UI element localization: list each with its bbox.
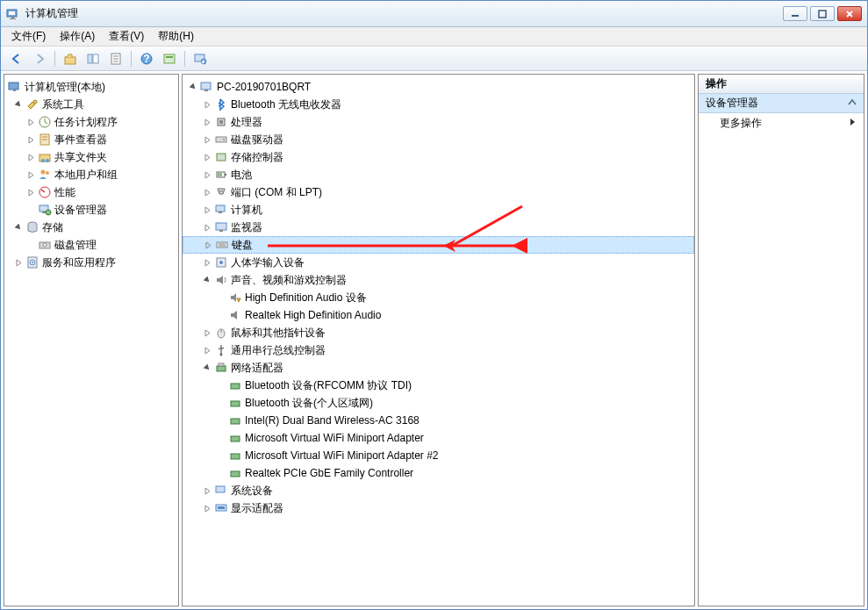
collapse-icon[interactable] — [13, 99, 24, 110]
expand-icon[interactable] — [202, 345, 212, 355]
collapse-icon[interactable] — [202, 362, 212, 373]
menu-view[interactable]: 查看(V) — [102, 27, 151, 46]
menu-file[interactable]: 文件(F) — [4, 27, 53, 46]
cpu-icon — [214, 115, 228, 129]
svg-rect-41 — [201, 83, 211, 90]
tree-item-root[interactable]: 计算机管理(本地) — [4, 78, 178, 96]
tree-item-services-apps[interactable]: 服务和应用程序 — [4, 254, 178, 271]
expand-icon[interactable] — [202, 169, 212, 180]
expand-icon[interactable] — [25, 117, 36, 127]
tree-item-performance[interactable]: 性能 — [4, 183, 178, 201]
maximize-button[interactable] — [810, 6, 835, 21]
device-computer[interactable]: 计算机 — [183, 201, 694, 219]
device-display[interactable]: 显示适配器 — [183, 499, 694, 517]
forward-button[interactable] — [29, 49, 50, 68]
menu-help[interactable]: 帮助(H) — [151, 27, 201, 46]
left-tree-panel[interactable]: 计算机管理(本地) 系统工具 任务计划程序 事件查看器 — [4, 74, 179, 606]
expand-icon[interactable] — [202, 205, 212, 215]
device-hid[interactable]: 人体学输入设备 — [183, 254, 694, 271]
tree-item-disk-management[interactable]: 磁盘管理 — [4, 236, 178, 254]
expand-icon[interactable] — [202, 327, 212, 338]
device-bt-rfcomm[interactable]: Bluetooth 设备(RFCOMM 协议 TDI) — [183, 377, 694, 394]
device-keyboards[interactable]: 键盘 — [183, 236, 694, 254]
tree-item-storage[interactable]: 存储 — [4, 219, 178, 236]
device-usb[interactable]: 通用串行总线控制器 — [183, 341, 694, 359]
device-realtek-audio[interactable]: Realtek High Definition Audio — [183, 306, 694, 324]
expand-icon[interactable] — [202, 134, 212, 145]
expand-icon[interactable] — [25, 152, 36, 162]
collapse-icon[interactable] — [188, 82, 198, 92]
help-button[interactable]: ? — [136, 49, 157, 68]
svg-rect-7 — [88, 54, 92, 63]
expand-icon[interactable] — [202, 152, 212, 162]
expand-icon[interactable] — [202, 187, 212, 197]
tree-item-device-manager[interactable]: 设备管理器 — [4, 201, 178, 219]
device-storage-controllers[interactable]: 存储控制器 — [183, 148, 694, 166]
menu-bar: 文件(F) 操作(A) 查看(V) 帮助(H) — [1, 27, 867, 47]
menu-operation[interactable]: 操作(A) — [53, 27, 102, 46]
properties-button[interactable] — [105, 49, 126, 68]
toolbar-separator — [184, 51, 185, 67]
view-button[interactable] — [159, 49, 180, 68]
svg-rect-3 — [10, 18, 16, 19]
actions-subheader[interactable]: 设备管理器 — [699, 94, 864, 113]
device-tree-panel[interactable]: PC-20190701BQRT Bluetooth 无线电收发器 处理器 磁盘驱… — [182, 74, 695, 606]
shared-folder-icon — [38, 150, 52, 164]
device-ports[interactable]: 端口 (COM 和 LPT) — [183, 183, 694, 201]
tree-item-event-viewer[interactable]: 事件查看器 — [4, 131, 178, 148]
expand-icon[interactable] — [25, 187, 36, 197]
svg-text:?: ? — [143, 53, 149, 65]
window-controls — [783, 6, 862, 21]
usb-icon — [214, 343, 228, 357]
network-adapter-icon — [228, 431, 242, 445]
close-button[interactable] — [837, 6, 862, 21]
refresh-button[interactable] — [190, 49, 211, 68]
device-batteries[interactable]: 电池 — [183, 166, 694, 183]
actions-more[interactable]: 更多操作 — [699, 113, 864, 133]
device-disk-drives[interactable]: 磁盘驱动器 — [183, 131, 694, 148]
device-bt-pan[interactable]: Bluetooth 设备(个人区域网) — [183, 394, 694, 412]
device-system-devices[interactable]: 系统设备 — [183, 482, 694, 499]
device-sound[interactable]: 声音、视频和游戏控制器 — [183, 271, 694, 289]
expand-icon[interactable] — [202, 99, 212, 110]
tree-item-system-tools[interactable]: 系统工具 — [4, 96, 178, 113]
svg-point-51 — [219, 190, 221, 192]
expand-icon[interactable] — [202, 485, 212, 496]
network-adapter-icon — [228, 396, 242, 410]
device-intel-wifi[interactable]: Intel(R) Dual Band Wireless-AC 3168 — [183, 412, 694, 429]
actions-sub-label: 设备管理器 — [706, 96, 758, 111]
device-hd-audio[interactable]: High Definition Audio 设备 — [183, 289, 694, 306]
device-ms-vwifi2[interactable]: Microsoft Virtual WiFi Miniport Adapter … — [183, 447, 694, 464]
expand-icon[interactable] — [202, 222, 212, 233]
device-ms-vwifi1[interactable]: Microsoft Virtual WiFi Miniport Adapter — [183, 429, 694, 447]
device-monitors[interactable]: 监视器 — [183, 219, 694, 236]
up-button[interactable] — [60, 49, 81, 68]
device-pc[interactable]: PC-20190701BQRT — [183, 78, 694, 96]
expand-icon[interactable] — [25, 169, 36, 180]
back-button[interactable] — [6, 49, 27, 68]
tree-item-task-scheduler[interactable]: 任务计划程序 — [4, 113, 178, 131]
show-hide-tree-button[interactable] — [82, 49, 104, 68]
expand-icon[interactable] — [13, 257, 24, 268]
tree-item-local-users[interactable]: 本地用户和组 — [4, 166, 178, 183]
device-mice[interactable]: 鼠标和其他指针设备 — [183, 324, 694, 341]
expand-icon[interactable] — [202, 257, 212, 268]
svg-point-30 — [46, 171, 49, 175]
minimize-button[interactable] — [783, 6, 807, 21]
expand-icon[interactable] — [25, 134, 36, 145]
expand-icon[interactable] — [202, 503, 212, 513]
expand-icon[interactable] — [202, 117, 212, 127]
device-network[interactable]: 网络适配器 — [183, 359, 694, 377]
collapse-icon[interactable] — [13, 222, 24, 233]
device-bluetooth[interactable]: Bluetooth 无线电收发器 — [183, 96, 694, 113]
collapse-icon[interactable] — [202, 275, 212, 285]
device-realtek-gbe[interactable]: Realtek PCIe GbE Family Controller — [183, 464, 694, 482]
svg-rect-55 — [216, 223, 226, 230]
device-processors[interactable]: 处理器 — [183, 113, 694, 131]
expand-icon[interactable] — [203, 240, 213, 250]
storage-icon — [25, 220, 39, 234]
svg-rect-2 — [11, 17, 14, 18]
collapse-arrow-icon — [848, 97, 857, 110]
system-device-icon — [214, 484, 228, 498]
tree-item-shared-folders[interactable]: 共享文件夹 — [4, 148, 178, 166]
